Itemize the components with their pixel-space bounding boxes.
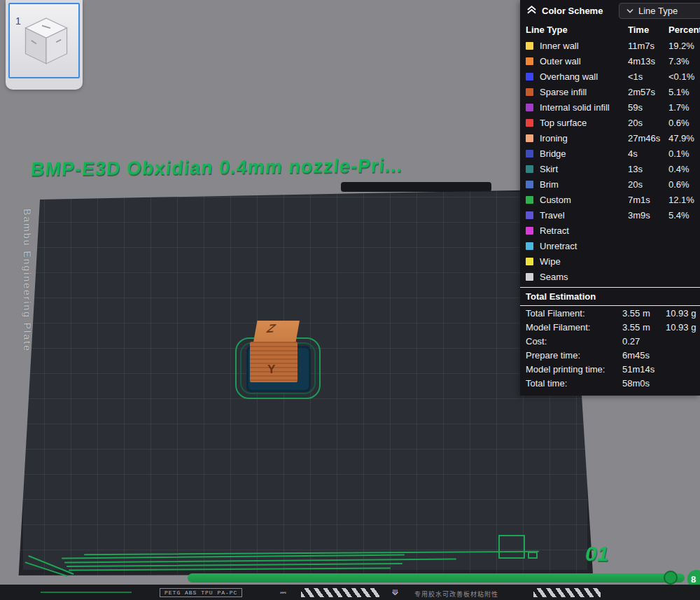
purge-mark xyxy=(528,552,538,559)
total-label: Model Filament: xyxy=(526,322,622,333)
line-type-swatch xyxy=(526,181,533,188)
line-type-time: 59s xyxy=(628,102,668,113)
line-type-time: 7m1s xyxy=(628,195,668,205)
line-type-percent: 7.3% xyxy=(668,56,700,67)
line-type-swatch xyxy=(526,104,533,111)
plate-arrow-icon: ⟱ xyxy=(392,587,398,597)
line-type-label: Wipe xyxy=(540,256,628,267)
line-type-swatch xyxy=(526,57,533,65)
color-scheme-panel: Color Scheme Line Type Line Type Time Pe… xyxy=(520,0,700,396)
line-type-row[interactable]: Wipe xyxy=(520,253,700,269)
line-type-percent: 12.1% xyxy=(668,195,700,205)
line-type-label: Sparse infill xyxy=(540,87,628,97)
line-type-table-header: Line Type Time Percent xyxy=(520,21,700,38)
line-type-label: Seams xyxy=(540,272,628,282)
line-type-swatch xyxy=(526,73,533,81)
total-value: 51m14s xyxy=(622,364,666,375)
total-label: Total Filament: xyxy=(526,308,622,319)
plate-handle xyxy=(341,182,491,192)
printed-model[interactable]: Z Y xyxy=(231,316,326,402)
line-type-label: Inner wall xyxy=(540,41,628,51)
plate-note-text: 专用胶水可改善板材粘附性 xyxy=(414,589,498,599)
col-percent: Percent xyxy=(668,25,700,35)
line-type-time: 27m46s xyxy=(628,133,668,144)
line-type-row[interactable]: Retract xyxy=(520,223,700,238)
color-scheme-icon xyxy=(526,5,537,17)
totals-rows: Total Filament:3.55 m10.93 gModel Filame… xyxy=(520,306,700,390)
plate-thumbnail-panel: 1 xyxy=(6,0,83,90)
timeline-slider-handle[interactable] xyxy=(664,571,678,585)
slicer-preview-window: Bambu Engineering Plate BMP-E3D Obxidian… xyxy=(0,0,700,600)
line-type-row[interactable]: Travel3m9s5.4% xyxy=(520,207,700,223)
total-estimation-row: Model Filament:3.55 m10.93 g xyxy=(520,320,700,334)
layer-number-label: 01 xyxy=(585,542,608,566)
line-type-swatch xyxy=(526,258,533,265)
line-type-time: 13s xyxy=(628,164,668,174)
total-estimation-row: Total time:58m0s xyxy=(520,376,700,390)
line-type-swatch xyxy=(526,88,533,96)
line-type-percent: 0.4% xyxy=(668,164,700,174)
line-type-row[interactable]: Overhang wall<1s<0.1% xyxy=(520,69,700,84)
line-type-time: 2m57s xyxy=(628,87,668,97)
total-estimation-title: Total Estimation xyxy=(520,288,700,306)
line-type-swatch xyxy=(526,227,533,235)
plate-brand-label: Bambu Engineering Plate xyxy=(22,209,33,352)
total-value: 3.55 m xyxy=(622,322,666,333)
plate-front-edge: PETG ABS TPU PA-PC ⎓ ⟱ 专用胶水可改善板材粘附性 xyxy=(0,585,700,600)
line-type-row[interactable]: Bridge4s0.1% xyxy=(520,146,700,161)
line-type-label: Outer wall xyxy=(540,56,628,67)
line-type-row[interactable]: Inner wall11m7s19.2% xyxy=(520,38,700,53)
panel-title: Color Scheme xyxy=(542,6,603,16)
line-type-row[interactable]: Seams xyxy=(520,269,700,284)
line-type-label: Brim xyxy=(540,179,628,190)
total-estimation-row: Model printing time:51m14s xyxy=(520,362,700,376)
line-type-swatch xyxy=(526,211,533,219)
line-type-label: Unretract xyxy=(540,241,628,251)
line-type-percent: 19.2% xyxy=(668,41,700,51)
line-type-label: Top surface xyxy=(540,118,628,128)
line-type-time: 4s xyxy=(628,148,668,159)
line-type-label: Travel xyxy=(540,210,628,221)
plate-materials-label: PETG ABS TPU PA-PC xyxy=(160,588,242,597)
total-label: Prepare time: xyxy=(526,350,622,361)
line-type-row[interactable]: Sparse infill2m57s5.1% xyxy=(520,84,700,99)
line-type-row[interactable]: Skirt13s0.4% xyxy=(520,161,700,176)
dropdown-value: Line Type xyxy=(638,6,678,16)
line-type-swatch xyxy=(526,165,533,173)
total-estimation-row: Total Filament:3.55 m10.93 g xyxy=(520,306,700,320)
line-type-label: Bridge xyxy=(540,148,628,159)
line-type-time: 20s xyxy=(628,118,668,128)
purge-rect-outline xyxy=(498,535,525,559)
col-time: Time xyxy=(628,25,668,35)
line-type-row[interactable]: Brim20s0.6% xyxy=(520,176,700,192)
chevron-down-icon xyxy=(626,8,634,13)
total-label: Model printing time: xyxy=(526,364,622,375)
line-type-row[interactable]: Ironing27m46s47.9% xyxy=(520,130,700,146)
plate-thumbnail[interactable]: 1 xyxy=(8,3,80,78)
total-value-secondary: 10.93 g xyxy=(666,322,700,333)
line-type-time: 20s xyxy=(628,179,668,190)
line-type-row[interactable]: Custom7m1s12.1% xyxy=(520,192,700,207)
line-type-label: Overhang wall xyxy=(540,71,628,82)
col-line-type: Line Type xyxy=(526,25,628,35)
total-value: 6m45s xyxy=(622,350,666,361)
view-type-dropdown[interactable]: Line Type xyxy=(619,3,700,19)
line-type-percent: 5.1% xyxy=(668,87,700,97)
plate-marking-icon: ⎓ xyxy=(280,587,286,597)
panel-header: Color Scheme Line Type xyxy=(520,0,700,21)
total-label: Cost: xyxy=(526,336,622,347)
line-type-row[interactable]: Unretract xyxy=(520,238,700,253)
line-type-time: 11m7s xyxy=(628,41,668,51)
line-type-swatch xyxy=(526,242,533,250)
wipe-line xyxy=(41,592,132,593)
line-type-row[interactable]: Top surface20s0.6% xyxy=(520,115,700,130)
total-estimation-row: Cost:0.27 xyxy=(520,334,700,348)
line-type-time: 4m13s xyxy=(628,56,668,67)
hazard-stripes xyxy=(533,588,601,597)
timeline-slider[interactable] xyxy=(188,573,685,582)
line-type-percent: <0.1% xyxy=(668,71,700,82)
line-type-percent: 0.1% xyxy=(668,148,700,159)
model-thumbnail-icon xyxy=(20,14,73,71)
line-type-row[interactable]: Internal solid infill59s1.7% xyxy=(520,99,700,115)
line-type-row[interactable]: Outer wall4m13s7.3% xyxy=(520,53,700,69)
